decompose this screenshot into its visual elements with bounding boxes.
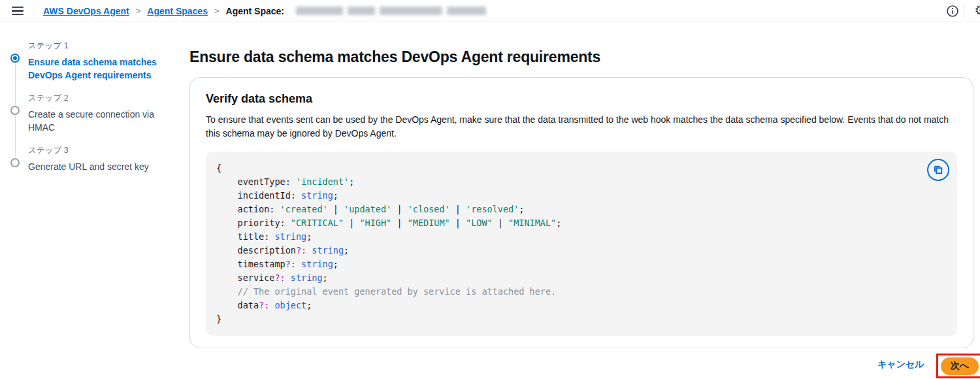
card-description: To ensure that events sent can be used b… <box>206 113 957 140</box>
code-content: { eventType: 'incident'; incidentId: str… <box>216 161 915 326</box>
main-content: Ensure data schema matches DevOps Agent … <box>189 39 973 348</box>
info-icon[interactable] <box>946 5 959 18</box>
gear-icon[interactable]: ⚙ <box>974 2 980 19</box>
info-icon-glyph <box>946 5 959 18</box>
wizard-step-1: ステップ 1 Ensure data schema matches DevOps… <box>10 41 167 82</box>
step-3-title: Generate URL and secret key <box>28 161 167 174</box>
top-bar: AWS DevOps Agent > Agent Spaces > Agent … <box>0 0 980 22</box>
copy-button[interactable] <box>927 159 949 181</box>
card-title: Verify data schema <box>206 92 957 106</box>
copy-icon <box>933 165 943 175</box>
breadcrumb-separator-icon: > <box>136 6 141 16</box>
hamburger-menu-icon[interactable] <box>12 7 24 16</box>
wizard-steps-nav: ステップ 1 Ensure data schema matches DevOps… <box>10 41 167 174</box>
page-title: Ensure data schema matches DevOps Agent … <box>189 48 973 66</box>
verify-data-schema-card: Verify data schema To ensure that events… <box>189 77 973 348</box>
step-3-radio-icon <box>10 158 20 167</box>
wizard-step-2: ステップ 2 Create a secure connection via HM… <box>10 93 167 134</box>
wizard-step-3: ステップ 3 Generate URL and secret key <box>10 145 167 174</box>
breadcrumb: AWS DevOps Agent > Agent Spaces > Agent … <box>43 6 486 16</box>
step-1-radio-icon <box>10 54 20 63</box>
next-button[interactable]: 次へ <box>941 357 979 375</box>
cancel-button[interactable]: キャンセル <box>877 359 924 371</box>
step-1-label: ステップ 1 <box>28 41 167 52</box>
step-2-radio-icon <box>10 106 20 115</box>
step-1-title[interactable]: Ensure data schema matches DevOps Agent … <box>28 56 167 82</box>
annotation-highlight-box: 次へ <box>936 354 980 378</box>
step-3-label: ステップ 3 <box>28 145 167 156</box>
breadcrumb-agent-spaces[interactable]: Agent Spaces <box>147 6 208 16</box>
breadcrumb-current: Agent Space: <box>226 6 284 16</box>
step-2-title: Create a secure connection via HMAC <box>28 108 167 134</box>
topbar-divider <box>964 4 964 18</box>
breadcrumb-aws-devops-agent[interactable]: AWS DevOps Agent <box>43 6 129 16</box>
step-2-label: ステップ 2 <box>28 93 167 104</box>
schema-code-block: { eventType: 'incident'; incidentId: str… <box>206 152 957 336</box>
redacted-agent-space-name <box>296 7 486 15</box>
breadcrumb-separator-icon: > <box>214 6 220 16</box>
